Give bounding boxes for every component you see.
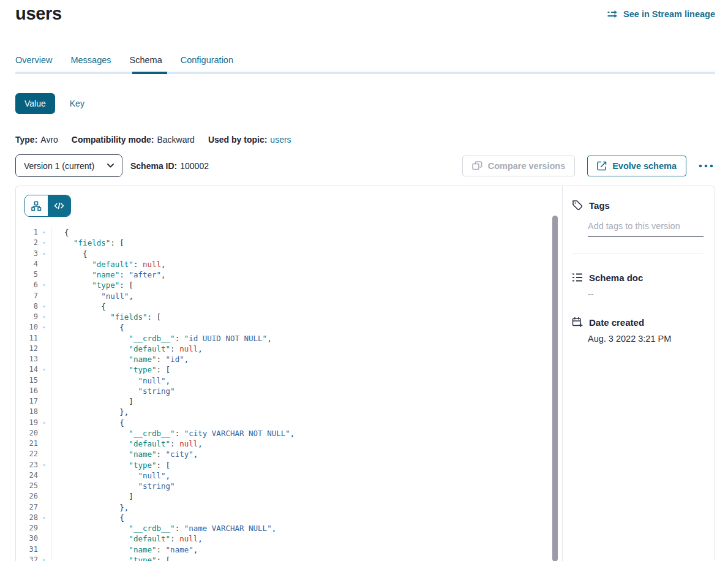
tab-active-underline — [132, 72, 167, 74]
compare-versions-button[interactable]: Compare versions — [462, 156, 576, 176]
line-number: 24 — [16, 470, 38, 481]
line-number: 32 — [16, 555, 38, 561]
fold-toggle-icon[interactable]: ▾ — [38, 301, 50, 312]
code-line: 4 "default": null, — [16, 259, 562, 269]
tab-configuration[interactable]: Configuration — [181, 55, 233, 65]
schema-panel: 1▾{2▾ "fields": [3▾ {4 "default": null,5… — [15, 186, 715, 561]
tab-schema[interactable]: Schema — [130, 55, 162, 65]
fold-toggle-icon[interactable]: ▾ — [38, 364, 50, 375]
code-line: 20 "__crdb__": "city VARCHAR NOT NULL", — [16, 428, 562, 439]
code-line: 27 }, — [16, 502, 562, 513]
code-text: "null", — [51, 375, 170, 386]
code-text: "name": "after", — [51, 269, 166, 280]
see-in-stream-lineage-link[interactable]: See in Stream lineage — [607, 9, 715, 19]
code-text: "fields": [ — [51, 312, 161, 322]
schema-doc-section-header: Schema doc — [572, 272, 704, 283]
value-tab-button[interactable]: Value — [15, 93, 55, 114]
ellipsis-icon — [698, 164, 714, 168]
code-line: 10▾ { — [16, 322, 562, 333]
date-created-value: Aug. 3 2022 3:21 PM — [588, 334, 704, 344]
tree-view-button[interactable] — [25, 195, 48, 216]
schema-id-value: 100002 — [180, 161, 209, 171]
compatibility-label: Compatibility mode: — [72, 135, 154, 145]
line-number: 31 — [16, 544, 38, 555]
line-number: 4 — [16, 259, 38, 269]
code-text: "name": "city", — [51, 449, 198, 459]
version-select-value: Version 1 (current) — [24, 161, 94, 171]
line-number: 26 — [16, 491, 38, 502]
line-number: 22 — [16, 449, 38, 459]
fold-toggle-icon[interactable]: ▾ — [38, 312, 50, 322]
code-line: 30 "default": null, — [16, 533, 562, 544]
date-created-section-header: Date created — [572, 317, 704, 328]
line-number: 8 — [16, 301, 38, 312]
code-text: "default": null, — [51, 344, 203, 354]
code-line: 14▾ "type": [ — [16, 364, 562, 375]
topic-link[interactable]: users — [270, 135, 291, 145]
fold-toggle-icon[interactable]: ▾ — [38, 249, 50, 259]
code-view-icon — [54, 201, 64, 210]
code-line: 7 "null", — [16, 291, 562, 301]
line-number: 11 — [16, 333, 38, 344]
line-number: 27 — [16, 502, 38, 513]
tab-messages[interactable]: Messages — [70, 55, 111, 65]
code-text: { — [51, 301, 106, 312]
value-key-toggle: Value Key — [15, 93, 84, 114]
line-number: 25 — [16, 481, 38, 491]
code-text: "__crdb__": "id UUID NOT NULL", — [51, 333, 272, 344]
fold-toggle-icon[interactable]: ▾ — [38, 555, 50, 561]
schema-meta-row: Type: Avro Compatibility mode: Backward … — [15, 135, 291, 145]
version-select[interactable]: Version 1 (current) — [15, 154, 122, 177]
code-text: "__crdb__": "city VARCHAR NOT NULL", — [51, 428, 295, 439]
code-line: 6▾ "type": [ — [16, 280, 562, 290]
fold-toggle-icon[interactable]: ▾ — [38, 227, 50, 238]
line-number: 7 — [16, 291, 38, 301]
code-line: 24 "null", — [16, 470, 562, 481]
line-number: 17 — [16, 396, 38, 407]
line-number: 14 — [16, 364, 38, 375]
schema-page: users See in Stream lineage Overview Mes… — [0, 0, 728, 561]
code-line: 26 ] — [16, 491, 562, 502]
fold-toggle-icon[interactable]: ▾ — [38, 513, 50, 523]
code-text: { — [51, 513, 124, 523]
list-icon — [572, 272, 583, 283]
code-line: 11 "__crdb__": "id UUID NOT NULL", — [16, 333, 562, 344]
fold-toggle-icon[interactable]: ▾ — [38, 322, 50, 333]
fold-toggle-icon[interactable]: ▾ — [38, 280, 50, 290]
code-line: 18 }, — [16, 407, 562, 417]
code-text: "name": "id", — [51, 354, 189, 364]
line-number: 2 — [16, 238, 38, 248]
fold-toggle-icon[interactable]: ▾ — [38, 238, 50, 248]
tab-overview[interactable]: Overview — [15, 55, 52, 65]
code-line: 19▾ { — [16, 418, 562, 428]
chevron-down-icon — [107, 164, 114, 168]
line-number: 21 — [16, 439, 38, 449]
code-text: "type": [ — [51, 555, 170, 561]
compare-icon — [472, 161, 482, 170]
code-text: "fields": [ — [51, 238, 124, 248]
code-view-button[interactable] — [48, 195, 70, 216]
code-text: "name": "name", — [51, 544, 198, 555]
evolve-schema-button[interactable]: Evolve schema — [587, 156, 686, 176]
type-label: Type: — [15, 135, 37, 145]
schema-sidebar: Tags Schema doc -- — [562, 186, 715, 561]
add-tags-input[interactable] — [588, 219, 704, 237]
scrollbar-thumb[interactable] — [552, 216, 558, 561]
code-line: 22 "name": "city", — [16, 449, 562, 459]
code-line: 21 "default": null, — [16, 439, 562, 449]
code-line: 8▾ { — [16, 301, 562, 312]
schema-id: Schema ID: 100002 — [130, 161, 209, 171]
schema-id-label: Schema ID: — [130, 161, 177, 171]
compatibility-value: Backward — [157, 135, 194, 145]
line-number: 9 — [16, 312, 38, 322]
fold-toggle-icon[interactable]: ▾ — [38, 460, 50, 470]
more-options-button[interactable] — [697, 162, 715, 170]
code-line: 3▾ { — [16, 249, 562, 259]
schema-doc-value: -- — [588, 289, 704, 299]
fold-toggle-icon[interactable]: ▾ — [38, 418, 50, 428]
code-text: "__crdb__": "name VARCHAR NULL", — [51, 523, 276, 533]
key-tab-button[interactable]: Key — [70, 99, 84, 108]
tab-underline-track — [15, 72, 715, 74]
code-line: 12 "default": null, — [16, 344, 562, 354]
code-line: 28▾ { — [16, 513, 562, 523]
